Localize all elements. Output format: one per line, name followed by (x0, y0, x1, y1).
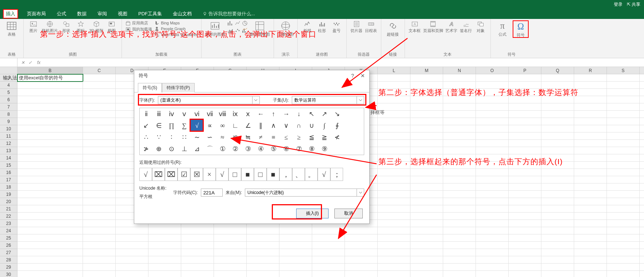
column-header[interactable]: T (640, 67, 644, 74)
tell-me-input[interactable]: 告诉我您想要做什么... (200, 10, 257, 18)
symbol-cell[interactable]: ③ (242, 143, 254, 155)
cell[interactable] (410, 271, 443, 277)
cell[interactable] (116, 227, 148, 234)
pie-chart-icon[interactable] (242, 20, 248, 26)
symbol-cell[interactable]: ↖ (305, 108, 318, 120)
cell[interactable] (17, 264, 83, 271)
symbol-cell[interactable]: ⅵ (191, 108, 203, 120)
row-header[interactable]: 28 (0, 256, 17, 264)
cell[interactable] (410, 111, 443, 118)
cell[interactable] (345, 227, 378, 234)
cell[interactable] (410, 234, 443, 242)
equation-button[interactable]: π公式 (494, 20, 510, 36)
cell[interactable] (410, 103, 443, 111)
cell[interactable] (607, 264, 640, 271)
cell[interactable] (410, 147, 443, 154)
symbol-cell[interactable]: ∶ (165, 131, 178, 143)
cell[interactable] (607, 220, 640, 227)
cell[interactable] (476, 169, 509, 176)
cell[interactable] (541, 234, 574, 242)
cell[interactable] (607, 132, 640, 140)
cell[interactable] (607, 242, 640, 249)
cell[interactable] (574, 205, 607, 213)
symbol-cell[interactable]: ≡ (267, 131, 280, 143)
cell[interactable] (378, 147, 410, 154)
cell[interactable] (345, 249, 378, 256)
symbol-cell[interactable]: ∴ (140, 131, 152, 143)
cell[interactable] (378, 271, 410, 277)
row-header[interactable]: 25 (0, 234, 17, 242)
symbol-cell[interactable]: √ (191, 120, 203, 131)
cell[interactable] (17, 140, 83, 147)
cell[interactable] (410, 132, 443, 140)
symbol-cell[interactable]: ⅹ (242, 108, 254, 120)
cell[interactable] (541, 111, 574, 118)
cell[interactable] (476, 249, 509, 256)
row-header[interactable]: 22 (0, 213, 17, 220)
symbol-cell[interactable]: ⊥ (178, 143, 191, 155)
cell[interactable] (181, 256, 214, 264)
cell[interactable] (607, 154, 640, 162)
symbol-cell[interactable]: ① (216, 143, 229, 155)
cell[interactable] (541, 147, 574, 154)
cell[interactable] (607, 147, 640, 154)
cell[interactable] (443, 205, 476, 213)
cell[interactable] (83, 147, 116, 154)
symbol-cell[interactable]: ∵ (152, 131, 165, 143)
cell[interactable] (410, 256, 443, 264)
cell[interactable] (443, 271, 476, 277)
cell[interactable] (83, 213, 116, 220)
wordart-button[interactable]: A艺术字 (445, 20, 458, 33)
table-button[interactable]: 表格 (4, 20, 20, 36)
symbol-cell[interactable]: ≠ (254, 131, 267, 143)
cell[interactable] (443, 249, 476, 256)
cell[interactable] (214, 242, 247, 249)
symbol-cell[interactable]: ∽ (203, 131, 216, 143)
cancel-button[interactable]: 取消 (334, 209, 363, 218)
cell[interactable] (443, 220, 476, 227)
cell[interactable] (509, 198, 541, 205)
cell[interactable] (640, 154, 644, 162)
cell[interactable] (476, 264, 509, 271)
cell[interactable] (83, 234, 116, 242)
cell[interactable] (410, 176, 443, 183)
bar-chart-icon[interactable] (227, 20, 233, 26)
cell[interactable] (312, 227, 345, 234)
cell[interactable] (607, 234, 640, 242)
symbol-cell[interactable]: ⑤ (267, 143, 280, 155)
cell[interactable] (378, 191, 410, 198)
column-header[interactable]: S (607, 67, 640, 74)
cell[interactable] (640, 118, 644, 125)
cell[interactable] (607, 162, 640, 169)
cell[interactable] (640, 198, 644, 205)
symbol-cell[interactable]: ↘ (331, 108, 343, 120)
symbol-cell[interactable]: ② (229, 143, 242, 155)
cell[interactable] (509, 220, 541, 227)
cell[interactable] (607, 205, 640, 213)
symbol-cell[interactable]: ∈ (152, 120, 165, 131)
login-link[interactable]: 登录 (614, 1, 623, 8)
signature-button[interactable]: 签名行 (460, 20, 472, 33)
dialog-close-icon[interactable]: ✕ (361, 73, 365, 79)
cell[interactable] (116, 264, 148, 271)
cell[interactable] (607, 183, 640, 191)
cell[interactable] (443, 111, 476, 118)
cell[interactable] (17, 234, 83, 242)
recent-symbol-cell[interactable]: ■ (267, 168, 279, 181)
cell[interactable] (476, 118, 509, 125)
cell[interactable] (279, 264, 312, 271)
recent-symbol-cell[interactable]: ■ (241, 168, 254, 181)
cell[interactable] (541, 183, 574, 191)
recent-symbol-cell[interactable]: □ (254, 168, 267, 181)
cell[interactable] (410, 242, 443, 249)
cell[interactable] (607, 125, 640, 132)
recent-symbol-cell[interactable]: ； (330, 168, 343, 181)
font-combo[interactable] (158, 96, 260, 104)
cell[interactable] (83, 82, 116, 89)
symbol-cell[interactable]: ∼ (191, 131, 203, 143)
bing-maps-button[interactable]: Bing Maps (154, 20, 197, 25)
cell[interactable] (279, 227, 312, 234)
cell[interactable] (607, 169, 640, 176)
cell[interactable] (17, 169, 83, 176)
cell[interactable] (574, 111, 607, 118)
